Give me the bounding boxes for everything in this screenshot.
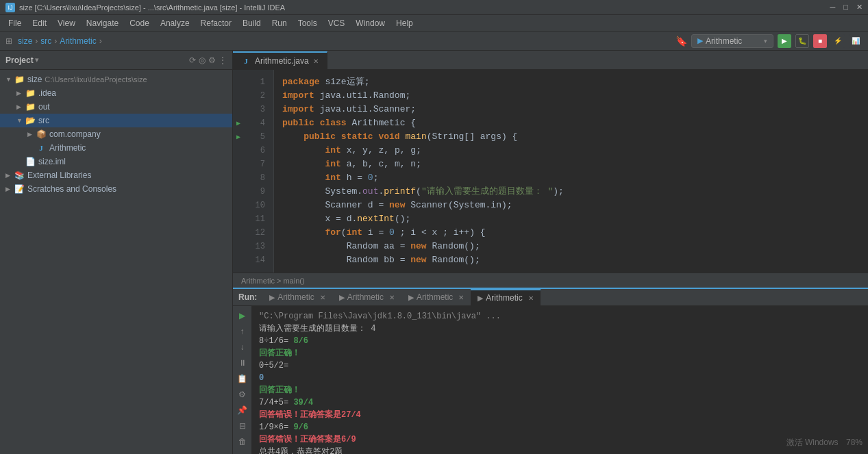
code-line-13: Random aa = new Random(); [282, 240, 860, 253]
gutter-line-9 [233, 185, 244, 199]
menu-edit[interactable]: Edit [27, 17, 52, 29]
sidebar-collapse-icon[interactable]: ⟳ [189, 55, 196, 65]
menu-build[interactable]: Build [237, 17, 266, 29]
tree-arrow-size: ▼ [5, 76, 14, 83]
run-tab-close-2[interactable]: ✕ [389, 294, 395, 301]
console-settings-btn[interactable]: ⚙ [236, 388, 249, 401]
gutter-line-8 [233, 171, 244, 185]
ln-8: 8 [244, 171, 269, 185]
tab-close-btn[interactable]: ✕ [313, 58, 319, 65]
code-line-12: for(int i = 0 ; i < x ; i++) { [282, 226, 860, 240]
run-tab-label-4: Arithmetic [486, 293, 522, 303]
console-scroll-up-btn[interactable]: ↑ [236, 325, 249, 338]
code-editor[interactable]: ▶ ▶ 1 2 3 4 5 [233, 70, 868, 273]
console-scroll-down-btn[interactable]: ↓ [236, 340, 249, 354]
editor-tab-arithmetic[interactable]: J Arithmetic.java ✕ [233, 51, 327, 69]
tree-arrow-idea: ▶ [16, 90, 25, 97]
menu-vcs[interactable]: VCS [323, 17, 351, 29]
tree-item-size[interactable]: ▼ 📁 size C:\Users\lixu\IdeaProjects\size [0, 73, 232, 86]
console-line-4: 回答正确！ [259, 347, 861, 360]
tree-item-arithmetic[interactable]: J Arithmetic [0, 141, 232, 155]
code-line-11: x = d.nextInt(); [282, 212, 860, 226]
tree-item-size-iml[interactable]: 📄 size.iml [0, 155, 232, 168]
console-filter-btn[interactable]: ⊟ [236, 419, 249, 433]
run-arrow-5[interactable]: ▶ [236, 133, 240, 141]
editor-status-bar: Arithmetic > main() [233, 273, 868, 288]
sidebar-header: Project ▾ ⟳ ◎ ⚙ ⋮ [0, 51, 232, 70]
console-line-7: 回答正确！ [259, 384, 861, 396]
code-content[interactable]: package size运算; import java.util.Random;… [274, 70, 868, 273]
tree-item-external-libs[interactable]: ▶ 📚 External Libraries [0, 168, 232, 182]
run-tab-3[interactable]: ▶ Arithmetic ✕ [401, 289, 471, 305]
project-tree: ▼ 📁 size C:\Users\lixu\IdeaProjects\size… [0, 70, 232, 454]
console-dump-btn[interactable]: 📋 [236, 372, 249, 386]
sidebar-dropdown-icon[interactable]: ▾ [35, 55, 39, 64]
console-run-btn[interactable]: ▶ [236, 309, 249, 323]
console-pause-btn[interactable]: ⏸ [236, 356, 249, 370]
menu-code[interactable]: Code [124, 17, 155, 29]
run-config-selector[interactable]: ▶ Arithmetic ▾ [691, 34, 773, 48]
bookmark-icon[interactable]: 🔖 [675, 36, 687, 47]
console-line-10: 1/9×6= 9/6 [259, 421, 861, 433]
gutter-line-4[interactable]: ▶ [233, 116, 244, 130]
run-tab-4[interactable]: ▶ Arithmetic ✕ [471, 289, 540, 305]
breadcrumb-status: Arithmetic > main() [241, 277, 305, 285]
menu-navigate[interactable]: Navigate [81, 17, 124, 29]
tree-label-ext-libs: External Libraries [27, 171, 91, 180]
profile-button[interactable]: 📊 [849, 34, 863, 48]
breadcrumb-size[interactable]: size [18, 36, 32, 46]
run-tab-close-3[interactable]: ✕ [458, 294, 464, 301]
gutter-line-1 [233, 75, 244, 89]
run-tab-2[interactable]: ▶ Arithmetic ✕ [332, 289, 401, 305]
close-btn[interactable]: ✕ [856, 3, 863, 12]
run-tab-icon-4: ▶ [478, 294, 483, 303]
breadcrumb-arithmetic[interactable]: Arithmetic [60, 36, 96, 46]
menu-view[interactable]: View [52, 17, 81, 29]
ln-10: 10 [244, 199, 269, 212]
console-line-6: 0 [259, 372, 861, 384]
project-folder-icon: 📁 [14, 74, 25, 85]
ln-3: 3 [244, 103, 269, 116]
menu-run[interactable]: Run [266, 17, 293, 29]
tree-label-idea: .idea [38, 88, 56, 98]
run-tab-close-4[interactable]: ✕ [528, 294, 534, 302]
breadcrumb-src[interactable]: src [40, 36, 51, 46]
console-trash-btn[interactable]: 🗑 [236, 435, 249, 449]
tree-item-src[interactable]: ▼ 📂 src [0, 114, 232, 127]
tree-item-out[interactable]: ▶ 📁 out [0, 100, 232, 114]
ln-14: 14 [244, 253, 269, 267]
tree-item-scratches[interactable]: ▶ 📝 Scratches and Consoles [0, 182, 232, 196]
menu-tools[interactable]: Tools [293, 17, 323, 29]
breadcrumb: size › src › Arithmetic › [18, 36, 102, 46]
run-button[interactable]: ▶ [778, 34, 791, 48]
run-tab-close-1[interactable]: ✕ [320, 294, 325, 301]
menu-refactor[interactable]: Refactor [195, 17, 237, 29]
build-button[interactable]: ⚡ [831, 34, 845, 48]
console-tools: ▶ ↑ ↓ ⏸ 📋 ⚙ 📌 ⊟ 🗑 [233, 306, 252, 454]
main-area: Project ▾ ⟳ ◎ ⚙ ⋮ ▼ 📁 size C:\Users\lixu… [0, 51, 868, 454]
run-tab-1[interactable]: ▶ Arithmetic ✕ [262, 289, 332, 305]
ln-1: 1 [244, 75, 269, 89]
menu-file[interactable]: File [3, 17, 27, 29]
menu-bar: File Edit View Navigate Code Analyze Ref… [0, 15, 868, 31]
run-config-dropdown-icon[interactable]: ▾ [764, 38, 767, 45]
sidebar-settings-icon[interactable]: ⚙ [208, 55, 216, 65]
project-icon[interactable]: ⊞ [5, 36, 12, 46]
menu-help[interactable]: Help [390, 17, 419, 29]
debug-button[interactable]: 🐛 [795, 34, 809, 48]
maximize-btn[interactable]: □ [843, 3, 848, 12]
gutter-line-6 [233, 144, 244, 157]
tree-item-com-company[interactable]: ▶ 📦 com.company [0, 127, 232, 141]
minimize-btn[interactable]: ─ [830, 3, 836, 12]
scratches-icon: 📝 [14, 184, 25, 194]
tree-arrow-out: ▶ [16, 103, 25, 110]
stop-button[interactable]: ■ [813, 34, 827, 48]
menu-analyze[interactable]: Analyze [155, 17, 195, 29]
tree-item-idea[interactable]: ▶ 📁 .idea [0, 86, 232, 100]
run-arrow-4[interactable]: ▶ [236, 119, 240, 127]
sidebar-locate-icon[interactable]: ◎ [199, 55, 206, 65]
sidebar-more-icon[interactable]: ⋮ [219, 55, 227, 65]
console-pin-btn[interactable]: 📌 [236, 403, 249, 417]
gutter-line-5[interactable]: ▶ [233, 130, 244, 144]
menu-window[interactable]: Window [350, 17, 390, 29]
